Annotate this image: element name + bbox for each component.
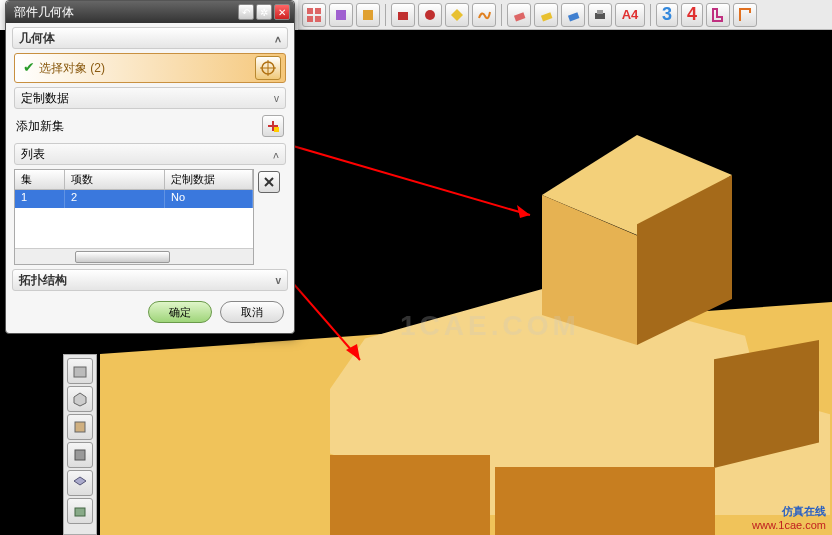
- squiggle-orange-icon[interactable]: [472, 3, 496, 27]
- number-3-button[interactable]: 3: [656, 3, 678, 27]
- svg-rect-5: [363, 10, 373, 20]
- svg-rect-11: [568, 12, 579, 21]
- x-icon: [262, 175, 276, 189]
- section-label: 定制数据: [21, 90, 69, 107]
- svg-rect-19: [74, 367, 86, 377]
- list-empty-area[interactable]: [15, 208, 253, 248]
- l-solid-front-face[interactable]: [330, 455, 490, 535]
- set-list-table: 集 项数 定制数据 1 2 No: [14, 169, 254, 265]
- pick-target-button[interactable]: [255, 56, 281, 80]
- horizontal-scrollbar[interactable]: [15, 248, 253, 264]
- svg-rect-24: [75, 508, 85, 516]
- l-solid-front-face2[interactable]: [495, 467, 715, 535]
- add-icon: [266, 119, 280, 133]
- column-header-set[interactable]: 集: [15, 170, 65, 190]
- add-set-button[interactable]: [262, 115, 284, 137]
- vtool-1-icon[interactable]: [67, 358, 93, 384]
- scroll-thumb[interactable]: [75, 251, 170, 263]
- eraser1-icon[interactable]: [507, 3, 531, 27]
- topology-section-header[interactable]: 拓扑结构 v: [12, 269, 288, 291]
- watermark-line2: www.1cae.com: [752, 519, 826, 531]
- separator: [501, 4, 502, 26]
- separator: [650, 4, 651, 26]
- close-icon[interactable]: ✕: [274, 4, 290, 20]
- eraser2-icon[interactable]: [534, 3, 558, 27]
- list-section-header[interactable]: 列表 ʌ: [14, 143, 286, 165]
- part-geometry-dialog: 部件几何体 ↶ ✲ ✕ 几何体 ʌ ✔选择对象 (2) 定制数据 v 添加新集 …: [5, 0, 295, 334]
- vtool-6-icon[interactable]: [67, 498, 93, 524]
- shape2-icon[interactable]: [733, 3, 757, 27]
- cell-items: 2: [65, 190, 165, 208]
- svg-rect-4: [336, 10, 346, 20]
- grid-icon[interactable]: [302, 3, 326, 27]
- svg-rect-22: [75, 450, 85, 460]
- watermark-line1: 仿真在线: [752, 504, 826, 519]
- svg-rect-10: [541, 12, 552, 21]
- print-icon[interactable]: [588, 3, 612, 27]
- main-toolbar: A4 3 4: [298, 0, 832, 30]
- svg-rect-6: [398, 12, 408, 20]
- custom-data-section-header[interactable]: 定制数据 v: [14, 87, 286, 109]
- svg-rect-0: [307, 8, 313, 14]
- vtool-4-icon[interactable]: [67, 442, 93, 468]
- cube-purple-icon[interactable]: [329, 3, 353, 27]
- cube-orange-icon[interactable]: [356, 3, 380, 27]
- svg-marker-20: [74, 393, 86, 406]
- gear-icon[interactable]: ✲: [256, 4, 272, 20]
- svg-rect-1: [315, 8, 321, 14]
- svg-marker-23: [74, 477, 86, 485]
- diamond-yellow-icon[interactable]: [445, 3, 469, 27]
- cell-custom: No: [165, 190, 253, 208]
- cell-set: 1: [15, 190, 65, 208]
- select-objects-row[interactable]: ✔选择对象 (2): [14, 53, 286, 83]
- svg-rect-9: [514, 12, 525, 21]
- chevron-down-icon: v: [275, 275, 281, 286]
- column-header-custom[interactable]: 定制数据: [165, 170, 253, 190]
- svg-marker-8: [451, 9, 463, 21]
- add-new-set-label: 添加新集: [16, 118, 64, 135]
- svg-point-7: [425, 10, 435, 20]
- shape1-icon[interactable]: [706, 3, 730, 27]
- svg-rect-21: [75, 422, 85, 432]
- dialog-title: 部件几何体: [14, 4, 74, 21]
- geometry-section-header[interactable]: 几何体 ʌ: [12, 27, 288, 49]
- section-label: 列表: [21, 146, 45, 163]
- a4-icon[interactable]: A4: [615, 3, 645, 27]
- number-4-button[interactable]: 4: [681, 3, 703, 27]
- left-vertical-toolbar: [63, 354, 97, 535]
- section-label: 几何体: [19, 30, 55, 47]
- separator: [385, 4, 386, 26]
- eraser3-icon[interactable]: [561, 3, 585, 27]
- table-row[interactable]: 1 2 No: [15, 190, 253, 208]
- section-label: 拓扑结构: [19, 272, 67, 289]
- svg-rect-30: [274, 127, 279, 132]
- delete-set-button[interactable]: [258, 171, 280, 193]
- sphere-icon[interactable]: [418, 3, 442, 27]
- undo-icon[interactable]: ↶: [238, 4, 254, 20]
- select-label: 选择对象 (2): [39, 61, 105, 75]
- dialog-titlebar[interactable]: 部件几何体 ↶ ✲ ✕: [6, 1, 294, 23]
- vtool-3-icon[interactable]: [67, 414, 93, 440]
- vtool-2-icon[interactable]: [67, 386, 93, 412]
- svg-rect-2: [307, 16, 313, 22]
- chevron-up-icon: ʌ: [275, 33, 281, 44]
- watermark: 仿真在线 www.1cae.com: [752, 504, 826, 531]
- vtool-5-icon[interactable]: [67, 470, 93, 496]
- svg-rect-13: [597, 10, 603, 14]
- check-icon: ✔: [23, 59, 35, 75]
- chevron-up-icon: ʌ: [273, 149, 279, 160]
- column-header-items[interactable]: 项数: [65, 170, 165, 190]
- book-red-icon[interactable]: [391, 3, 415, 27]
- chevron-down-icon: v: [274, 93, 279, 104]
- svg-rect-3: [315, 16, 321, 22]
- ok-button[interactable]: 确定: [148, 301, 212, 323]
- crosshair-icon: [259, 59, 277, 77]
- cancel-button[interactable]: 取消: [220, 301, 284, 323]
